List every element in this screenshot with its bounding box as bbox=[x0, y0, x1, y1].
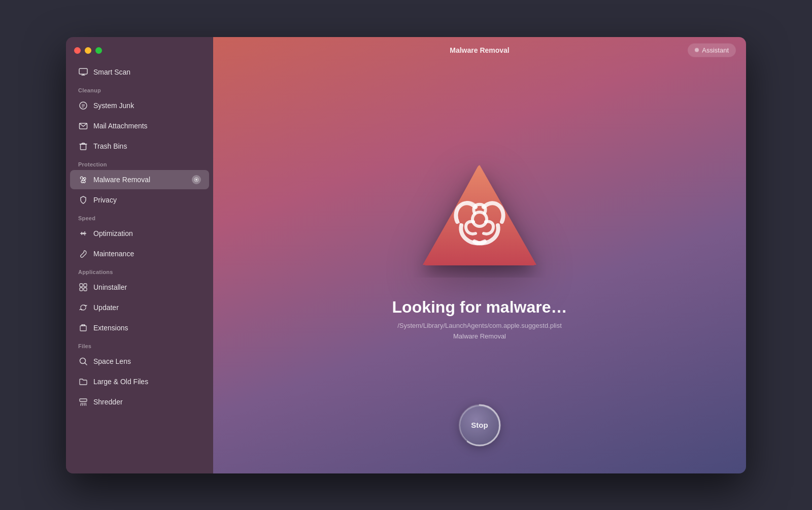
svg-rect-23 bbox=[84, 288, 87, 291]
sidebar-item-system-junk[interactable]: System Junk bbox=[70, 96, 209, 115]
svg-rect-8 bbox=[81, 144, 86, 150]
sidebar-item-mail-attachments[interactable]: Mail Attachments bbox=[70, 116, 209, 135]
sidebar-item-malware-removal[interactable]: Malware Removal bbox=[70, 170, 209, 189]
smart-scan-label: Smart Scan bbox=[93, 68, 130, 76]
monitor-icon bbox=[78, 67, 88, 77]
sidebar: Smart Scan Cleanup System Junk bbox=[66, 37, 213, 473]
privacy-label: Privacy bbox=[93, 196, 117, 204]
svg-rect-20 bbox=[80, 284, 83, 287]
biohazard-icon-container bbox=[414, 156, 546, 278]
close-button[interactable] bbox=[74, 47, 81, 54]
updater-icon bbox=[78, 302, 88, 313]
scan-label: Malware Removal bbox=[392, 332, 567, 340]
looking-text: Looking for malware… bbox=[392, 298, 567, 317]
sidebar-item-privacy[interactable]: Privacy bbox=[70, 190, 209, 210]
privacy-icon bbox=[78, 195, 88, 205]
section-label-speed: Speed bbox=[66, 210, 213, 223]
traffic-lights bbox=[66, 45, 213, 62]
svg-rect-24 bbox=[80, 326, 86, 331]
section-label-files: Files bbox=[66, 338, 213, 351]
system-junk-icon bbox=[78, 100, 88, 111]
minimize-button[interactable] bbox=[85, 47, 91, 54]
svg-point-27 bbox=[80, 358, 86, 363]
svg-rect-22 bbox=[80, 288, 83, 291]
svg-rect-29 bbox=[80, 399, 87, 401]
sidebar-item-uninstaller[interactable]: Uninstaller bbox=[70, 278, 209, 297]
stop-button-wrapper: Stop bbox=[457, 402, 502, 448]
sidebar-item-extensions[interactable]: Extensions bbox=[70, 318, 209, 337]
trash-bins-label: Trash Bins bbox=[93, 142, 127, 150]
uninstaller-label: Uninstaller bbox=[93, 283, 127, 291]
window-title: Malware Removal bbox=[450, 46, 510, 54]
file-path: /System/Library/LaunchAgents/com.apple.s… bbox=[392, 322, 567, 329]
main-content: Malware Removal Assistant bbox=[213, 37, 746, 473]
sidebar-item-large-old-files[interactable]: Large & Old Files bbox=[70, 372, 209, 391]
assistant-label: Assistant bbox=[702, 46, 729, 54]
svg-line-28 bbox=[85, 363, 87, 365]
section-label-applications: Applications bbox=[66, 264, 213, 277]
optimization-label: Optimization bbox=[93, 229, 133, 237]
biohazard-icon bbox=[78, 175, 88, 185]
status-text-container: Looking for malware… /System/Library/Lau… bbox=[392, 298, 567, 340]
uninstaller-icon bbox=[78, 282, 88, 292]
sidebar-item-smart-scan[interactable]: Smart Scan bbox=[70, 62, 209, 82]
titlebar: Malware Removal Assistant bbox=[213, 37, 746, 63]
assistant-button[interactable]: Assistant bbox=[688, 43, 736, 57]
svg-rect-0 bbox=[79, 69, 87, 74]
section-label-protection: Protection bbox=[66, 156, 213, 169]
sidebar-item-trash-bins[interactable]: Trash Bins bbox=[70, 137, 209, 156]
malware-removal-label: Malware Removal bbox=[93, 176, 150, 184]
svg-rect-21 bbox=[84, 284, 87, 287]
shredder-icon bbox=[78, 397, 88, 407]
svg-line-30 bbox=[81, 403, 81, 405]
svg-line-31 bbox=[83, 403, 83, 405]
section-label-cleanup: Cleanup bbox=[66, 82, 213, 95]
system-junk-label: System Junk bbox=[93, 101, 134, 110]
stop-button-container: Stop bbox=[457, 402, 502, 448]
optimization-icon bbox=[78, 228, 88, 239]
svg-line-33 bbox=[86, 403, 86, 405]
maintenance-icon bbox=[78, 249, 88, 259]
sidebar-item-updater[interactable]: Updater bbox=[70, 298, 209, 317]
space-lens-icon bbox=[78, 356, 88, 366]
extensions-label: Extensions bbox=[93, 324, 128, 332]
sidebar-item-maintenance[interactable]: Maintenance bbox=[70, 244, 209, 263]
extensions-icon bbox=[78, 323, 88, 333]
sidebar-item-optimization[interactable]: Optimization bbox=[70, 224, 209, 243]
svg-point-13 bbox=[82, 179, 84, 181]
maximize-button[interactable] bbox=[95, 47, 102, 54]
assistant-dot bbox=[695, 48, 699, 52]
sidebar-item-shredder[interactable]: Shredder bbox=[70, 392, 209, 412]
active-indicator bbox=[192, 175, 201, 184]
space-lens-label: Space Lens bbox=[93, 357, 131, 365]
svg-point-15 bbox=[195, 179, 197, 181]
large-old-files-label: Large & Old Files bbox=[93, 378, 148, 386]
trash-icon bbox=[78, 141, 88, 151]
mail-attachments-label: Mail Attachments bbox=[93, 122, 148, 130]
shredder-label: Shredder bbox=[93, 398, 123, 406]
updater-label: Updater bbox=[93, 303, 119, 312]
mail-icon bbox=[78, 121, 88, 131]
maintenance-label: Maintenance bbox=[93, 250, 134, 258]
folder-icon bbox=[78, 377, 88, 387]
main-window: Smart Scan Cleanup System Junk bbox=[66, 37, 746, 473]
sidebar-item-space-lens[interactable]: Space Lens bbox=[70, 352, 209, 371]
progress-ring bbox=[457, 402, 502, 448]
